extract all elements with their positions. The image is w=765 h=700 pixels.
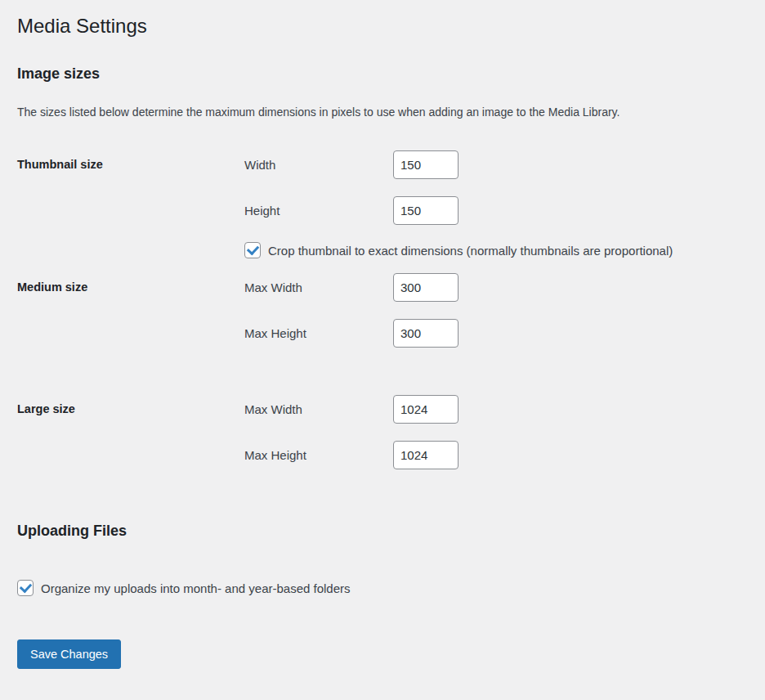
save-row: Save Changes bbox=[17, 639, 748, 669]
thumbnail-height-row: Height bbox=[244, 196, 748, 225]
thumbnail-width-input[interactable] bbox=[393, 150, 459, 179]
save-changes-button[interactable]: Save Changes bbox=[17, 639, 121, 669]
uploading-files-heading: Uploading Files bbox=[17, 523, 748, 540]
organize-uploads-row: Organize my uploads into month- and year… bbox=[17, 580, 748, 596]
medium-size-fields: Max Width Max Height bbox=[244, 273, 748, 365]
media-settings-page: Media Settings Image sizes The sizes lis… bbox=[0, 0, 765, 669]
large-max-height-label: Max Height bbox=[244, 448, 393, 462]
thumbnail-width-label: Width bbox=[244, 158, 393, 172]
thumbnail-size-section: Thumbnail size Width Height Crop thumbna… bbox=[17, 150, 748, 258]
thumbnail-height-input[interactable] bbox=[393, 196, 459, 225]
thumbnail-width-row: Width bbox=[244, 150, 748, 179]
page-title: Media Settings bbox=[17, 0, 748, 38]
medium-max-width-input[interactable] bbox=[393, 273, 459, 302]
image-sizes-heading: Image sizes bbox=[17, 65, 748, 83]
medium-size-label: Medium size bbox=[17, 273, 244, 294]
medium-max-width-label: Max Width bbox=[244, 280, 393, 294]
image-sizes-description: The sizes listed below determine the max… bbox=[17, 105, 748, 119]
organize-uploads-label: Organize my uploads into month- and year… bbox=[41, 581, 351, 595]
large-max-width-label: Max Width bbox=[244, 402, 393, 416]
crop-thumbnail-checkbox[interactable] bbox=[244, 242, 261, 258]
thumbnail-size-fields: Width Height Crop thumbnail to exact dim… bbox=[244, 150, 748, 258]
medium-max-height-row: Max Height bbox=[244, 319, 748, 348]
crop-thumbnail-label: Crop thumbnail to exact dimensions (norm… bbox=[268, 244, 673, 258]
large-size-fields: Max Width Max Height bbox=[244, 395, 748, 487]
large-max-width-row: Max Width bbox=[244, 395, 748, 424]
medium-size-section: Medium size Max Width Max Height bbox=[17, 273, 748, 365]
large-size-section: Large size Max Width Max Height bbox=[17, 395, 748, 487]
thumbnail-height-label: Height bbox=[244, 204, 393, 218]
large-max-height-input[interactable] bbox=[393, 441, 459, 469]
organize-uploads-checkbox[interactable] bbox=[17, 580, 34, 596]
large-max-height-row: Max Height bbox=[244, 441, 748, 469]
large-size-label: Large size bbox=[17, 395, 244, 415]
medium-max-width-row: Max Width bbox=[244, 273, 748, 302]
medium-max-height-label: Max Height bbox=[244, 326, 393, 340]
large-max-width-input[interactable] bbox=[393, 395, 459, 424]
crop-thumbnail-row: Crop thumbnail to exact dimensions (norm… bbox=[244, 242, 748, 258]
medium-max-height-input[interactable] bbox=[393, 319, 459, 348]
thumbnail-size-label: Thumbnail size bbox=[17, 150, 244, 171]
